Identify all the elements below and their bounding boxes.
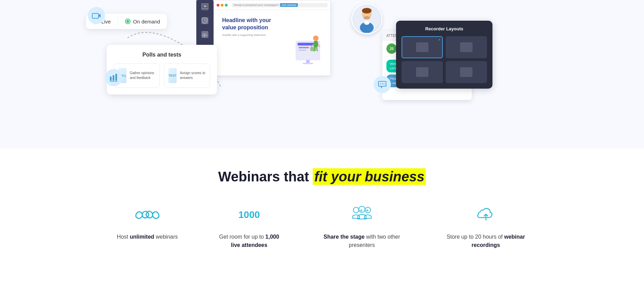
svg-line-24	[205, 20, 206, 21]
infinity-icon	[135, 205, 159, 225]
svg-text:+: +	[360, 208, 363, 213]
cloud-upload-icon	[474, 205, 498, 225]
svg-marker-21	[204, 5, 207, 7]
sidebar-icon-3	[201, 31, 208, 38]
camera-bubble	[88, 7, 105, 24]
svg-rect-13	[303, 63, 313, 64]
svg-point-25	[204, 35, 206, 37]
svg-rect-2	[110, 77, 112, 81]
on-demand-label: On demand	[133, 19, 160, 24]
feature-stage-text: Share the stage with two other presenter…	[321, 233, 403, 249]
poll-text: Gather opinions and feedback	[130, 71, 155, 80]
feature-recordings: Store up to 20 hours of webinar recordin…	[445, 205, 527, 249]
thumb-inner-4	[460, 67, 472, 77]
chat-icon-bubble	[374, 76, 391, 93]
polls-bubble-icon	[105, 69, 122, 86]
test-text: Assign scores to answers	[180, 71, 206, 80]
svg-rect-0	[92, 13, 98, 18]
presenter-icon: JS	[386, 43, 397, 54]
svg-text:+: +	[366, 208, 368, 213]
svg-point-31	[362, 8, 372, 13]
polls-panel: Polls and tests POLL Gather opinions and…	[107, 45, 217, 94]
toggle-divider	[118, 17, 118, 26]
main-headline: Webinars that fit your business	[218, 169, 426, 185]
top-section: Live On demand Polls and tests POLL Gath…	[0, 0, 644, 148]
svg-point-37	[384, 83, 385, 84]
recorder-thumb-4[interactable]	[446, 61, 487, 83]
recorder-thumb-3[interactable]	[402, 61, 443, 83]
feature-attendees-text: Get room for up to 1,000live attendees	[219, 233, 279, 249]
sidebar-icon-1	[201, 3, 208, 10]
recorder-title: Recorder Layouts	[402, 26, 487, 31]
test-card[interactable]: TEST Assign scores to answers	[164, 63, 210, 88]
webinar-slide: Ready to jumpstart your campaigns? Get s…	[214, 0, 331, 76]
recorder-grid: ●	[402, 36, 487, 83]
recorder-thumb-1[interactable]: ●	[402, 36, 443, 58]
toggle-on-demand[interactable]: On demand	[125, 19, 160, 24]
svg-point-34	[364, 21, 370, 25]
slide-content: Headline with your value proposition Sub…	[214, 10, 330, 43]
headline-highlight: fit your business	[313, 168, 426, 185]
svg-rect-10	[299, 50, 306, 51]
recorder-thumb-2[interactable]	[446, 36, 487, 58]
thumb-inner-2	[460, 42, 472, 52]
svg-point-32	[363, 16, 370, 20]
thumb-inner-1	[416, 42, 428, 52]
recorder-panel: Recorder Layouts ●	[396, 21, 492, 89]
svg-rect-4	[115, 74, 117, 81]
presenter-avatar	[351, 3, 382, 34]
cta-button[interactable]: Get started!	[280, 3, 298, 7]
attendees-number: 1000	[238, 209, 260, 220]
svg-rect-12	[306, 60, 310, 63]
bottom-section: Webinars that fit your business Host unl…	[0, 148, 644, 263]
svg-rect-3	[113, 75, 114, 81]
url-bar: Ready to jumpstart your campaigns?	[234, 3, 279, 7]
polls-title: Polls and tests	[114, 52, 210, 58]
feature-unlimited: Host unlimited webinars	[117, 205, 178, 241]
svg-rect-11	[310, 47, 316, 51]
feature-recordings-text: Store up to 20 hours of webinar recordin…	[445, 233, 527, 249]
svg-point-35	[380, 83, 381, 84]
svg-point-14	[313, 36, 319, 41]
svg-point-36	[382, 83, 383, 84]
polls-cards: POLL Gather opinions and feedback TEST A…	[114, 63, 210, 88]
headline-prefix: Webinars that	[218, 169, 313, 184]
slide-headline: Headline with your value proposition	[222, 17, 322, 31]
thumb-inner-3	[416, 67, 428, 77]
feature-unlimited-text: Host unlimited webinars	[117, 233, 178, 241]
svg-rect-15	[314, 41, 318, 47]
slide-illustration	[289, 31, 327, 72]
on-demand-dot	[125, 19, 131, 24]
thumb-label-1: ●	[439, 38, 440, 41]
feature-stage: + + Share the stage with two other prese…	[321, 205, 403, 249]
number-1000-icon: 1000	[237, 205, 261, 225]
svg-point-38	[353, 207, 359, 213]
features-row: Host unlimited webinars 1000 Get room fo…	[81, 205, 563, 249]
svg-rect-9	[299, 47, 309, 48]
slide-header: Ready to jumpstart your campaigns? Get s…	[214, 0, 330, 10]
sidebar-icon-2	[201, 17, 208, 24]
people-icon: + +	[350, 205, 374, 225]
test-icon: TEST	[168, 68, 177, 83]
feature-attendees: 1000 Get room for up to 1,000live attend…	[219, 205, 279, 249]
